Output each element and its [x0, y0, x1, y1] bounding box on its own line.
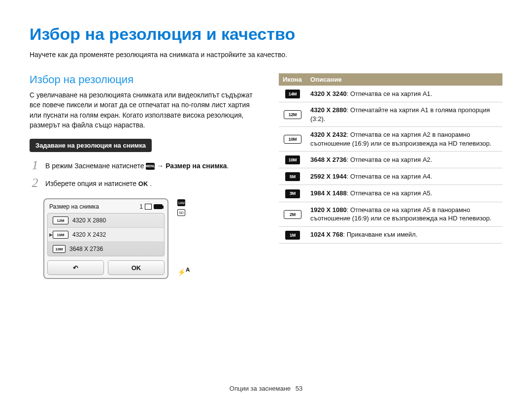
camera-option-list: 12M 4320 X 2880 10M 4320 X 2432 10M 3648… — [47, 213, 165, 256]
res-icon-10m-wide: 10M — [284, 135, 301, 144]
table-row: 2M 1920 X 1080: Отпечатва се на хартия A… — [279, 202, 502, 226]
resolution-icon: 10M — [53, 231, 68, 239]
res-dim: 4320 X 2432 — [310, 131, 347, 138]
res-dim: 4320 X 2880 — [310, 106, 347, 114]
step-text: В режим Заснемане натиснете MENU → Разме… — [45, 159, 229, 171]
battery-icon — [154, 204, 163, 209]
step-number: 2 — [30, 177, 40, 189]
th-desc: Описание — [306, 73, 502, 86]
res-dim: 1920 X 1080 — [310, 206, 347, 214]
res-icon-10m: 10M — [285, 155, 300, 164]
res-icon-14m: 14M — [285, 90, 300, 98]
step-number: 1 — [30, 159, 40, 172]
table-row: 10M 4320 X 2432: Отпечатва се на хартия … — [279, 127, 502, 152]
table-row: 5M 2592 X 1944: Отпечатва се на хартия A… — [279, 168, 502, 185]
res-dim: 3648 X 2736 — [310, 156, 347, 163]
res-icon-1m: 1M — [285, 231, 300, 240]
footer-page: 53 — [296, 385, 302, 392]
step2-suffix: . — [150, 180, 152, 187]
indicator-icon: 14M — [177, 199, 185, 206]
res-dim: 4320 X 3240 — [310, 90, 347, 97]
res-desc: : Отпечатва се на хартия A5. — [347, 189, 432, 197]
res-dim: 2592 X 1944 — [310, 173, 347, 180]
camera-count: 1 — [139, 203, 143, 210]
th-icon: Икона — [279, 73, 306, 86]
res-desc: : Отпечатва се на хартия A1. — [347, 90, 432, 97]
step1-arrow: → — [157, 162, 166, 170]
page-title: Избор на резолюция и качество — [30, 25, 502, 44]
camera-option[interactable]: 10M 3648 X 2736 — [48, 242, 164, 256]
page-footer: Опции за заснемане 53 — [0, 385, 532, 392]
res-desc: : Отпечатва се на хартия A4. — [347, 173, 432, 180]
flash-auto-icon: ⚡A — [177, 266, 190, 276]
ok-glyph: OK — [138, 180, 148, 187]
camera-option-selected[interactable]: 10M 4320 X 2432 — [48, 228, 164, 242]
resolution-icon: 10M — [53, 245, 66, 253]
resolution-icon: 12M — [53, 216, 68, 224]
camera-side-indicators: 14M SD ⚡A — [177, 198, 190, 276]
res-icon-2m: 2M — [284, 210, 301, 219]
camera-option[interactable]: 12M 4320 X 2880 — [48, 214, 164, 228]
step2-prefix: Изберете опция и натиснете — [45, 180, 138, 187]
res-icon-3m: 3M — [285, 189, 300, 198]
step1-strong: Размер на снимка — [166, 162, 227, 170]
table-row: 12M 4320 X 2880: Отпечатайте на хартия A… — [279, 102, 502, 127]
footer-section: Опции за заснемане — [230, 385, 291, 392]
step1-prefix: В режим Заснемане натиснете — [45, 162, 146, 170]
sd-icon — [145, 204, 152, 210]
resolution-label: 3648 X 2736 — [69, 246, 103, 252]
step1-suffix: . — [227, 162, 229, 170]
res-dim: 1984 X 1488 — [310, 189, 347, 197]
resolution-table: Икона Описание 14M 4320 X 3240: Отпечатв… — [279, 73, 502, 244]
res-icon-5m: 5M — [285, 172, 300, 181]
camera-title: Размер на снимка — [49, 203, 99, 210]
resolution-label: 4320 X 2880 — [72, 217, 106, 224]
res-icon-12m: 12M — [284, 110, 301, 119]
table-row: 10M 3648 X 2736: Отпечатва се на хартия … — [279, 152, 502, 168]
res-desc: : Прикачване към имейл. — [343, 231, 418, 238]
camera-ok-button[interactable]: OK — [108, 260, 165, 275]
step-2: 2 Изберете опция и натиснете OK . — [30, 177, 256, 189]
procedure-badge: Задаване на резолюция на снимка — [30, 139, 152, 152]
camera-back-button[interactable]: ↶ — [47, 260, 104, 275]
camera-mock: Размер на снимка 1 12M 4320 X 2880 — [43, 198, 168, 279]
resolution-label: 4320 X 2432 — [72, 231, 106, 238]
step-text: Изберете опция и натиснете OK . — [45, 177, 152, 189]
page-lead: Научете как да променяте резолюцията на … — [30, 51, 502, 59]
table-row: 3M 1984 X 1488: Отпечатва се на хартия A… — [279, 185, 502, 202]
flash-auto-label: A — [186, 266, 190, 273]
right-column: Икона Описание 14M 4320 X 3240: Отпечатв… — [279, 73, 502, 279]
menu-icon: MENU — [146, 163, 155, 170]
body-paragraph: С увеличаване на резолюцията снимката ил… — [30, 90, 256, 130]
res-dim: 1024 X 768 — [310, 231, 343, 238]
table-row: 14M 4320 X 3240: Отпечатва се на хартия … — [279, 86, 502, 102]
step-1: 1 В режим Заснемане натиснете MENU → Раз… — [30, 159, 256, 172]
indicator-icon: SD — [177, 209, 185, 216]
subheading: Избор на резолюция — [30, 73, 256, 86]
res-desc: : Отпечатва се на хартия A2. — [347, 156, 432, 163]
left-column: Избор на резолюция С увеличаване на резо… — [30, 73, 256, 279]
table-row: 1M 1024 X 768: Прикачване към имейл. — [279, 226, 502, 243]
